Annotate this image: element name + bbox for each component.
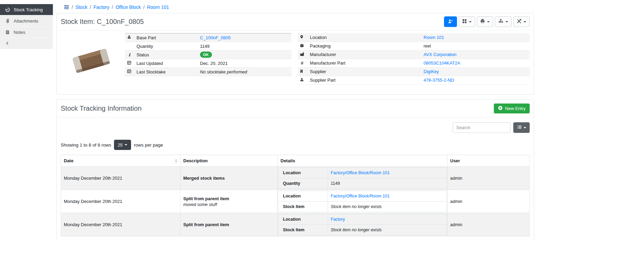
main-content: / Stock / Factory / Office Block / Room … [56, 0, 534, 240]
column-header-date[interactable]: Date [61, 155, 181, 167]
breadcrumb-link-office-block[interactable]: Office Block [115, 4, 141, 10]
detail-label: Quantity [134, 42, 198, 51]
page-size-dropdown[interactable]: 25 [114, 140, 131, 150]
chevron-left-icon [5, 41, 10, 46]
printer-icon [480, 19, 485, 25]
last-updated-value: Dec. 20, 2021 [198, 59, 291, 68]
plus-circle-icon [498, 106, 503, 111]
tracking-table: Date Description Details User Monday Dec… [61, 155, 530, 236]
quantity-value: 1149 [198, 42, 291, 51]
supplier-part-link[interactable]: 478-3755-2-ND [424, 78, 454, 83]
caret-down-icon [524, 21, 526, 23]
packaging-value: reel [421, 42, 530, 50]
sitemap-icon [498, 19, 503, 25]
item-detail-table-left: Base Part C_100nF_0805 Quantity 1149 i S… [125, 33, 291, 76]
breadcrumb-separator: / [143, 4, 145, 10]
industry-icon [300, 52, 304, 57]
column-header-description: Description [181, 155, 278, 167]
breadcrumb-separator: / [90, 4, 91, 10]
location-link[interactable]: Factory/Office Block/Room 101 [331, 194, 390, 198]
location-link[interactable]: Factory/Office Block/Room 101 [331, 170, 390, 175]
new-entry-label: New Entry [505, 106, 526, 111]
stock-actions-dropdown-button[interactable] [495, 16, 512, 27]
calendar-icon [127, 69, 131, 74]
grid-icon [462, 19, 467, 25]
detail-label: Base Part [134, 33, 198, 42]
user-check-icon [448, 19, 453, 25]
detail-row-last-stocktake: Last Stocktake No stocktake performed [125, 68, 291, 76]
manufacturer-part-link[interactable]: 08053C104KAT2A [424, 60, 460, 66]
details-cell: Location Factory/Office Block/Room 101 Q… [278, 167, 447, 190]
location-link[interactable]: Room 101 [424, 35, 444, 40]
detail-subrow: Quantity 1149 [278, 178, 447, 189]
caret-down-icon [469, 21, 472, 23]
sidebar-item-attachments[interactable]: Attachments [0, 15, 53, 27]
description-text: Merged stock items [183, 176, 275, 181]
breadcrumb-link-room-101[interactable]: Room 101 [147, 4, 169, 10]
detail-row-quantity: Quantity 1149 [125, 42, 291, 51]
sidebar-item-label: Stock Tracking [14, 7, 43, 12]
item-details-left: Base Part C_100nF_0805 Quantity 1149 i S… [61, 33, 291, 86]
detail-label: Location [308, 33, 421, 42]
columns-dropdown-button[interactable] [513, 122, 530, 133]
tracking-row: Monday December 20th 2021 Merged stock i… [61, 167, 530, 190]
description-cell: Merged stock items [181, 167, 278, 190]
column-header-label: Date [64, 158, 73, 163]
detail-row-manufacturer-part: # Manufacturer Part 08053C104KAT2A [298, 59, 530, 67]
manufacturer-link[interactable]: AVX Corporation [424, 52, 457, 57]
new-entry-button[interactable]: New Entry [494, 104, 530, 113]
breadcrumb-link-stock[interactable]: Stock [75, 4, 87, 10]
breadcrumb-link-factory[interactable]: Factory [94, 4, 110, 10]
detail-row-supplier-part: Supplier Part 478-3755-2-ND [298, 76, 530, 84]
tracking-row: Monday December 20th 2021 Split from par… [61, 213, 530, 236]
sidebar: Stock Tracking Attachments Notes [0, 4, 53, 49]
print-dropdown-button[interactable] [477, 16, 493, 27]
detail-subrow: Location Factory [278, 214, 447, 225]
tools-icon [517, 19, 521, 25]
detail-subrow: Stock Item Stock item no longer exists [278, 202, 447, 212]
detail-row-status: i Status OK [125, 51, 291, 59]
detail-row-packaging: Packaging reel [298, 42, 530, 50]
sidebar-item-notes[interactable]: Notes [0, 27, 53, 38]
boxes-icon [300, 78, 304, 83]
options-dropdown-button[interactable] [459, 16, 475, 27]
box-icon [300, 44, 304, 49]
part-thumbnail[interactable] [61, 33, 121, 86]
status-badge: OK [200, 52, 212, 58]
detail-row-base-part: Base Part C_100nF_0805 [125, 33, 291, 42]
detail-label: Status [134, 51, 198, 59]
description-cell: Split from parent item moved some stuff [181, 190, 278, 213]
detail-row-supplier: Supplier DigiKey [298, 67, 530, 76]
history-icon [5, 7, 10, 12]
detail-label: Stock Item [278, 202, 328, 212]
detail-value: Stock item no longer exists [328, 202, 447, 212]
detail-label: Location [278, 168, 328, 178]
user-cell: admin [447, 213, 530, 236]
detail-label: Stock Item [278, 225, 328, 235]
tracking-row: Monday December 20th 2021 Split from par… [61, 190, 530, 213]
breadcrumb-separator: / [72, 4, 73, 10]
search-input[interactable] [453, 122, 511, 133]
location-link[interactable]: Factory [331, 217, 345, 222]
date-cell: Monday December 20th 2021 [61, 167, 181, 190]
description-note: moved some stuff [183, 202, 275, 207]
sidebar-collapse-button[interactable] [0, 38, 53, 49]
caret-down-icon [505, 21, 508, 23]
menu-icon[interactable] [64, 4, 69, 10]
column-header-details: Details [278, 155, 447, 167]
info-icon: i [127, 52, 132, 57]
details-cell: Location Factory Stock Item Stock item n… [278, 213, 447, 236]
map-marker-icon [300, 35, 304, 40]
supplier-link[interactable]: DigiKey [424, 69, 439, 74]
caret-down-icon [125, 144, 127, 146]
stock-adjust-button[interactable] [444, 16, 457, 27]
paperclip-icon [5, 18, 10, 24]
sort-icon [175, 159, 177, 163]
tools-dropdown-button[interactable] [513, 16, 530, 27]
detail-label: Last Updated [134, 59, 198, 68]
detail-label: Supplier Part [308, 76, 421, 84]
detail-label: Manufacturer Part [308, 59, 421, 67]
sidebar-item-stock-tracking[interactable]: Stock Tracking [0, 4, 53, 15]
base-part-link[interactable]: C_100nF_0805 [200, 35, 231, 40]
detail-label: Manufacturer [308, 50, 421, 59]
